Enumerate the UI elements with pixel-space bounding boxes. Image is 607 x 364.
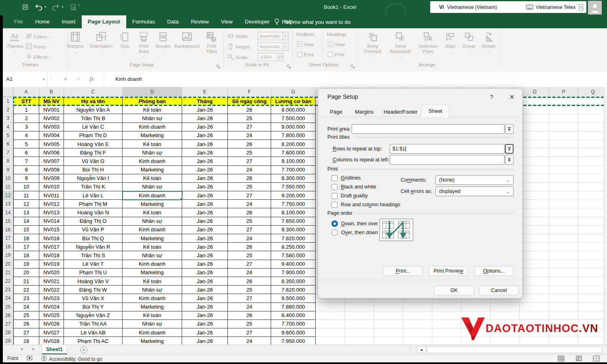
cell[interactable]: NV009 bbox=[39, 174, 64, 183]
tab-developer[interactable]: Developer bbox=[239, 15, 276, 28]
colors-button[interactable]: Colors⌄ bbox=[26, 33, 51, 40]
save-icon[interactable] bbox=[21, 3, 29, 11]
row-column-headings-checkbox-label[interactable]: Row and column headings bbox=[341, 202, 400, 207]
cell[interactable]: 8.100.000 bbox=[271, 208, 316, 217]
cell[interactable]: Marketing bbox=[123, 269, 182, 277]
cell[interactable]: 3 bbox=[13, 123, 39, 131]
column-header-F[interactable]: F bbox=[228, 87, 271, 97]
cell[interactable]: 2 bbox=[13, 114, 39, 123]
cell[interactable]: Jan-26 bbox=[182, 260, 228, 269]
cell[interactable]: Jan-26 bbox=[182, 320, 228, 328]
row-header-22[interactable]: 22 bbox=[3, 277, 13, 286]
cell[interactable]: 25 bbox=[228, 114, 271, 123]
cell[interactable]: 24 bbox=[228, 269, 271, 277]
cell[interactable]: 8 bbox=[13, 166, 39, 174]
height-select[interactable]: Automatic bbox=[258, 42, 283, 51]
cell[interactable]: Kế toán bbox=[123, 311, 182, 320]
margins-button[interactable]: Margins⌄ bbox=[65, 31, 86, 53]
gridlines-print-checkbox[interactable]: Print bbox=[297, 52, 314, 57]
cell[interactable]: NV006 bbox=[39, 148, 64, 157]
cell[interactable]: NV010 bbox=[39, 183, 64, 191]
orientation-button[interactable]: Orientation⌄ bbox=[87, 31, 116, 53]
row-header-23[interactable]: 23 bbox=[3, 286, 13, 294]
cell[interactable]: 1 bbox=[13, 106, 39, 114]
cell[interactable]: Hoàng Văn E bbox=[64, 140, 123, 148]
active-cell-d12[interactable] bbox=[122, 191, 183, 200]
cell[interactable]: Đặng Thị O bbox=[64, 217, 123, 226]
print-preview-button[interactable]: Print Preview bbox=[429, 266, 468, 276]
cell[interactable]: Jan-26 bbox=[182, 148, 228, 157]
draft-quality-checkbox[interactable] bbox=[331, 193, 337, 199]
view-normal-icon[interactable] bbox=[558, 356, 565, 362]
cell[interactable]: Marketing bbox=[123, 166, 182, 174]
cell[interactable]: NV002 bbox=[39, 114, 64, 123]
page-setup-dialog-launcher[interactable] bbox=[216, 63, 221, 68]
cell[interactable]: 7.700.000 bbox=[271, 166, 316, 174]
cell[interactable]: Jan-26 bbox=[182, 140, 228, 148]
cell[interactable]: NV024 bbox=[39, 303, 64, 311]
cell[interactable]: Kinh doanh bbox=[123, 123, 182, 131]
fx-icon[interactable]: fx bbox=[86, 72, 98, 87]
fonts-button[interactable]: AFonts⌄ bbox=[26, 43, 49, 50]
bring-forward-button[interactable]: Bring Forward⌄ bbox=[360, 31, 385, 59]
cell[interactable]: 7.750.000 bbox=[271, 200, 316, 208]
cell[interactable]: Jan-26 bbox=[182, 217, 228, 226]
next-sheet-icon[interactable]: ► bbox=[32, 347, 36, 351]
horizontal-scrollbar-thumb[interactable] bbox=[427, 346, 602, 353]
width-select-chevron-icon[interactable]: ▾ bbox=[283, 32, 289, 40]
row-header-7[interactable]: 7 bbox=[3, 148, 13, 157]
cell[interactable]: NV011 bbox=[39, 191, 64, 200]
print-preview-icon[interactable] bbox=[69, 3, 77, 11]
tab-page[interactable]: Page bbox=[323, 106, 349, 117]
cell[interactable]: Hoàng Văn V bbox=[64, 277, 123, 286]
cell[interactable]: 26 bbox=[228, 277, 271, 286]
cell[interactable]: 7.900.000 bbox=[271, 269, 316, 277]
cell[interactable]: Lê Văn T bbox=[64, 260, 123, 269]
cell[interactable]: 7.820.000 bbox=[271, 234, 316, 243]
cell[interactable]: Phạm Thị AC bbox=[64, 337, 123, 345]
send-backward-button[interactable]: Send Backward⌄ bbox=[386, 31, 414, 59]
cell[interactable]: Jan-26 bbox=[182, 123, 228, 131]
background-button[interactable]: Background bbox=[172, 31, 202, 49]
cell[interactable]: 10 bbox=[13, 183, 39, 191]
column-header-C[interactable]: C bbox=[64, 87, 123, 97]
gridlines-checkbox[interactable] bbox=[331, 175, 337, 181]
cell[interactable]: Số ngày công bbox=[228, 97, 271, 106]
cell[interactable]: Lê Văn L bbox=[64, 191, 123, 200]
tab-home[interactable]: Home bbox=[29, 15, 56, 28]
cell[interactable]: 8.400.000 bbox=[271, 311, 316, 320]
comments-dropdown[interactable]: (None)⌄ bbox=[435, 175, 514, 185]
cell[interactable]: 24 bbox=[13, 303, 39, 311]
macro-record-icon[interactable] bbox=[27, 356, 32, 360]
cell[interactable]: 12 bbox=[13, 200, 39, 208]
tab-view[interactable]: View bbox=[215, 15, 239, 28]
cell[interactable]: Jan-26 bbox=[182, 234, 228, 243]
cell[interactable]: 25 bbox=[228, 217, 271, 226]
cell[interactable]: NV007 bbox=[39, 157, 64, 165]
cell[interactable]: 25 bbox=[228, 148, 271, 157]
tab-formulas[interactable]: Formulas bbox=[126, 15, 161, 28]
cell[interactable]: Marketing bbox=[123, 303, 182, 311]
add-sheet-button[interactable]: + bbox=[80, 346, 87, 353]
cell[interactable]: 16 bbox=[13, 234, 39, 243]
scale-dialog-launcher[interactable] bbox=[287, 63, 291, 68]
cell[interactable]: Kinh doanh bbox=[123, 157, 182, 165]
cell[interactable]: Kế toán bbox=[123, 174, 182, 183]
cell[interactable]: 7.600.000 bbox=[271, 148, 316, 157]
draft-quality-checkbox-label[interactable]: Draft quality bbox=[341, 193, 368, 199]
cell[interactable]: 9.400.000 bbox=[271, 260, 316, 269]
cell[interactable]: Nhân sự bbox=[123, 217, 182, 226]
scrollbar-drag-dots[interactable]: ⁞ bbox=[410, 346, 410, 351]
cell[interactable]: Marketing bbox=[123, 200, 182, 208]
column-header-D[interactable]: D bbox=[123, 87, 182, 97]
cell[interactable]: NV022 bbox=[39, 286, 64, 294]
options-button[interactable]: Options... bbox=[474, 266, 514, 276]
cell[interactable]: Họ và tên bbox=[64, 97, 123, 106]
cell[interactable]: 27 bbox=[13, 328, 39, 337]
cell[interactable]: 7.800.000 bbox=[271, 131, 316, 140]
cell[interactable]: NV013 bbox=[39, 208, 64, 217]
cell[interactable]: 27 bbox=[228, 157, 271, 165]
scale-spinner[interactable]: ▲▼ bbox=[278, 53, 284, 61]
select-all-corner[interactable] bbox=[3, 87, 13, 97]
cell[interactable]: NV025 bbox=[39, 311, 64, 320]
